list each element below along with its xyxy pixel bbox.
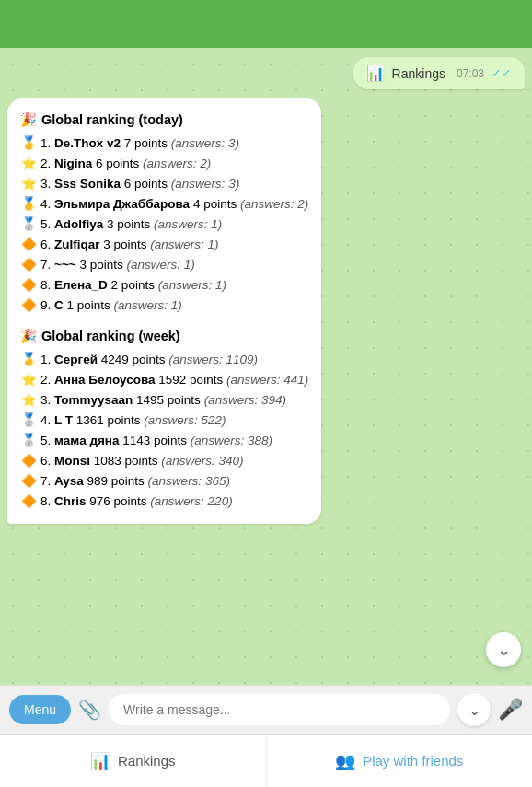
today-rank-5: 🥈 5. Adolfiya 3 points (answers: 1) — [20, 215, 308, 235]
medal-icon-6: 🔶 — [20, 236, 37, 255]
bar-chart-icon: 📊 — [366, 64, 385, 82]
medal-icon-9: 🔶 — [20, 296, 37, 316]
medal-icon-8: 🔶 — [20, 276, 37, 295]
medal-icon-5: 🥈 — [20, 215, 37, 235]
week-medal-5: 🥈 — [20, 432, 37, 451]
today-rank-3: ⭐ 3. Sss Sonika 6 points (answers: 3) — [20, 175, 308, 194]
week-medal-6: 🔶 — [20, 452, 37, 471]
week-medal-2: ⭐ — [20, 371, 37, 390]
input-bar: Menu 📎 ⌄ 🎤 — [0, 685, 532, 734]
today-rank-6: 🔶 6. Zulfiqar 3 points (answers: 1) — [20, 236, 308, 255]
week-rank-1: 🥇 1. Сергей 4249 points (answers: 1109) — [20, 351, 308, 370]
bottom-nav: 📊 Rankings 👥 Play with friends — [0, 734, 532, 787]
today-rank-1: 🥇 1. De.Thox v2 7 points (answers: 3) — [20, 134, 308, 154]
play-nav-icon: 👥 — [335, 751, 355, 771]
week-emoji: 🎉 — [20, 326, 37, 346]
rankings-nav-button[interactable]: 📊 Rankings — [0, 735, 267, 787]
week-medal-3: ⭐ — [20, 391, 37, 411]
outgoing-message: 📊 Rankings 07:03 ✓✓ — [353, 57, 525, 89]
week-title: 🎉 Global ranking (week) — [20, 326, 308, 346]
week-rank-3: ⭐ 3. Tommyysaan 1495 points (answers: 39… — [20, 391, 308, 411]
today-emoji: 🎉 — [20, 110, 37, 130]
medal-icon-4: 🥇 — [20, 195, 37, 214]
chat-container: 📊 Rankings 07:03 ✓✓ 🎉 Global ranking (to… — [0, 0, 532, 787]
week-rank-5: 🥈 5. мама дяна 1143 points (answers: 388… — [20, 432, 308, 451]
week-rank-4: 🥈 4. L T 1361 points (answers: 522) — [20, 411, 308, 431]
rankings-nav-label: Rankings — [118, 753, 176, 769]
rankings-bubble: 🎉 Global ranking (today) 🥇 1. De.Thox v2… — [7, 98, 321, 524]
today-rank-8: 🔶 8. Елена_D 2 points (answers: 1) — [20, 276, 308, 295]
today-rank-7: 🔶 7. ~~~ 3 points (answers: 1) — [20, 256, 308, 275]
today-rank-9: 🔶 9. C 1 points (answers: 1) — [20, 296, 308, 316]
week-medal-1: 🥇 — [20, 351, 37, 370]
week-medal-8: 🔶 — [20, 492, 37, 512]
today-rank-4: 🥇 4. Эльмира Джаббарова 4 points (answer… — [20, 195, 308, 214]
today-title: 🎉 Global ranking (today) — [20, 110, 308, 130]
week-rank-6: 🔶 6. Monsi 1083 points (answers: 340) — [20, 452, 308, 471]
read-check-icon: ✓✓ — [492, 66, 512, 80]
top-bar — [0, 0, 532, 48]
week-rank-2: ⭐ 2. Анна Белоусова 1592 points (answers… — [20, 371, 308, 390]
week-rank-8: 🔶 8. Chris 976 points (answers: 220) — [20, 492, 308, 512]
medal-icon-1: 🥇 — [20, 134, 37, 154]
medal-icon-3: ⭐ — [20, 175, 37, 194]
week-rank-7: 🔶 7. Aysa 989 points (answers: 365) — [20, 472, 308, 492]
medal-icon-7: 🔶 — [20, 256, 37, 275]
today-rank-2: ⭐ 2. Nigina 6 points (answers: 2) — [20, 155, 308, 174]
week-medal-7: 🔶 — [20, 472, 37, 492]
scroll-down-button[interactable]: ⌄ — [486, 632, 521, 667]
menu-button[interactable]: Menu — [9, 695, 71, 724]
outgoing-label: Rankings — [392, 66, 445, 81]
attach-icon[interactable]: 📎 — [78, 699, 101, 721]
expand-input-icon[interactable]: ⌄ — [457, 693, 491, 726]
message-time: 07:03 — [457, 67, 484, 80]
week-medal-4: 🥈 — [20, 411, 37, 431]
play-nav-label: Play with friends — [363, 753, 463, 769]
medal-icon-2: ⭐ — [20, 155, 37, 174]
message-input[interactable] — [109, 694, 450, 725]
play-with-friends-button[interactable]: 👥 Play with friends — [267, 735, 533, 787]
messages-area: 📊 Rankings 07:03 ✓✓ 🎉 Global ranking (to… — [0, 48, 532, 685]
mic-icon[interactable]: 🎤 — [498, 698, 523, 722]
rankings-nav-icon: 📊 — [90, 751, 110, 771]
